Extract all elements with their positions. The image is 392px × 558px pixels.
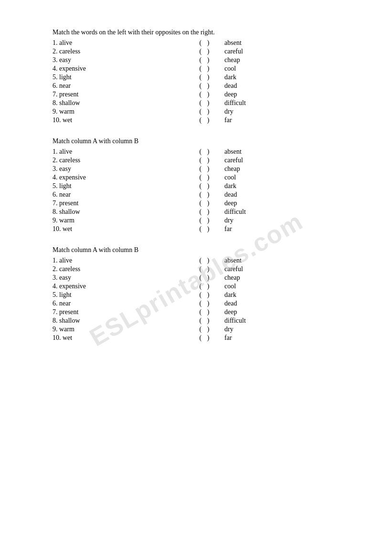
right-item-3-8: difficult — [224, 317, 339, 325]
left-item-3-7: 7. present — [53, 308, 186, 316]
left-item-2-10: 10. wet — [53, 225, 186, 233]
right-item-3-10: far — [224, 334, 339, 342]
right-item-2-5: dark — [224, 182, 339, 190]
right-item-2-7: deep — [224, 200, 339, 207]
bracket-3-3[interactable]: ( ) — [186, 274, 224, 282]
bracket-3-4[interactable]: ( ) — [186, 283, 224, 290]
left-item-3-10: 10. wet — [53, 334, 186, 342]
left-item-2-3: 3. easy — [53, 165, 186, 173]
bracket-2-8[interactable]: ( ) — [186, 208, 224, 216]
table-row: 6. near( )dead — [53, 191, 339, 199]
bracket-3-2[interactable]: ( ) — [186, 265, 224, 273]
right-item-2-8: difficult — [224, 208, 339, 216]
table-row: 5. light( )dark — [53, 74, 339, 81]
left-item-2-1: 1. alive — [53, 148, 186, 156]
bracket-2-1[interactable]: ( ) — [186, 148, 224, 156]
bracket-1-2[interactable]: ( ) — [186, 48, 224, 55]
right-item-2-1: absent — [224, 148, 339, 156]
table-row: 1. alive( )absent — [53, 257, 339, 264]
section-1: Match the words on the left with their o… — [53, 29, 339, 124]
left-item-2-8: 8. shallow — [53, 208, 186, 216]
right-item-3-3: cheap — [224, 274, 339, 282]
bracket-2-3[interactable]: ( ) — [186, 165, 224, 173]
table-row: 9. warm( )dry — [53, 217, 339, 224]
table-row: 8. shallow( )difficult — [53, 317, 339, 325]
left-item-1-6: 6. near — [53, 82, 186, 90]
left-item-1-3: 3. easy — [53, 56, 186, 64]
bracket-3-6[interactable]: ( ) — [186, 300, 224, 307]
table-row: 9. warm( )dry — [53, 108, 339, 116]
left-item-2-5: 5. light — [53, 182, 186, 190]
right-item-2-4: cool — [224, 174, 339, 181]
right-item-1-1: absent — [224, 39, 339, 47]
table-row: 4. expensive( )cool — [53, 65, 339, 73]
bracket-2-4[interactable]: ( ) — [186, 174, 224, 181]
bracket-1-5[interactable]: ( ) — [186, 74, 224, 81]
table-row: 9. warm( )dry — [53, 326, 339, 333]
bracket-1-3[interactable]: ( ) — [186, 56, 224, 64]
bracket-1-10[interactable]: ( ) — [186, 116, 224, 124]
table-row: 2. careless( )careful — [53, 157, 339, 164]
exercise-grid-1: 1. alive( )absent2. careless( )careful3.… — [53, 39, 339, 124]
table-row: 6. near( )dead — [53, 82, 339, 90]
section-2: Match column A with column B1. alive( )a… — [53, 137, 339, 233]
bracket-1-9[interactable]: ( ) — [186, 108, 224, 116]
bracket-2-2[interactable]: ( ) — [186, 157, 224, 164]
left-item-3-8: 8. shallow — [53, 317, 186, 325]
instruction-2: Match column A with column B — [53, 137, 339, 145]
table-row: 7. present( )deep — [53, 308, 339, 316]
bracket-3-7[interactable]: ( ) — [186, 308, 224, 316]
right-item-1-10: far — [224, 116, 339, 124]
bracket-1-1[interactable]: ( ) — [186, 39, 224, 47]
table-row: 6. near( )dead — [53, 300, 339, 307]
table-row: 2. careless( )careful — [53, 265, 339, 273]
table-row: 5. light( )dark — [53, 291, 339, 299]
right-item-3-6: dead — [224, 300, 339, 307]
right-item-1-3: cheap — [224, 56, 339, 64]
right-item-3-9: dry — [224, 326, 339, 333]
bracket-3-1[interactable]: ( ) — [186, 257, 224, 264]
bracket-2-5[interactable]: ( ) — [186, 182, 224, 190]
bracket-1-7[interactable]: ( ) — [186, 91, 224, 98]
left-item-1-2: 2. careless — [53, 48, 186, 55]
table-row: 2. careless( )careful — [53, 48, 339, 55]
table-row: 5. light( )dark — [53, 182, 339, 190]
left-item-2-9: 9. warm — [53, 217, 186, 224]
bracket-2-6[interactable]: ( ) — [186, 191, 224, 199]
bracket-3-9[interactable]: ( ) — [186, 326, 224, 333]
bracket-2-7[interactable]: ( ) — [186, 200, 224, 207]
bracket-3-8[interactable]: ( ) — [186, 317, 224, 325]
instruction-1: Match the words on the left with their o… — [53, 29, 339, 36]
table-row: 1. alive( )absent — [53, 39, 339, 47]
right-item-1-7: deep — [224, 91, 339, 98]
bracket-2-10[interactable]: ( ) — [186, 225, 224, 233]
left-item-2-4: 4. expensive — [53, 174, 186, 181]
section-3: Match column A with column B1. alive( )a… — [53, 246, 339, 342]
left-item-1-9: 9. warm — [53, 108, 186, 116]
sections-container: Match the words on the left with their o… — [53, 29, 339, 342]
bracket-1-8[interactable]: ( ) — [186, 99, 224, 107]
table-row: 1. alive( )absent — [53, 148, 339, 156]
table-row: 10. wet( )far — [53, 225, 339, 233]
table-row: 3. easy( )cheap — [53, 274, 339, 282]
left-item-3-9: 9. warm — [53, 326, 186, 333]
left-item-1-8: 8. shallow — [53, 99, 186, 107]
instruction-3: Match column A with column B — [53, 246, 339, 254]
left-item-1-4: 4. expensive — [53, 65, 186, 73]
bracket-3-5[interactable]: ( ) — [186, 291, 224, 299]
bracket-1-6[interactable]: ( ) — [186, 82, 224, 90]
bracket-1-4[interactable]: ( ) — [186, 65, 224, 73]
right-item-2-2: careful — [224, 157, 339, 164]
bracket-2-9[interactable]: ( ) — [186, 217, 224, 224]
right-item-2-6: dead — [224, 191, 339, 199]
table-row: 4. expensive( )cool — [53, 174, 339, 181]
table-row: 7. present( )deep — [53, 200, 339, 207]
table-row: 3. easy( )cheap — [53, 165, 339, 173]
exercise-grid-2: 1. alive( )absent2. careless( )careful3.… — [53, 148, 339, 233]
left-item-1-1: 1. alive — [53, 39, 186, 47]
bracket-3-10[interactable]: ( ) — [186, 334, 224, 342]
left-item-1-10: 10. wet — [53, 116, 186, 124]
left-item-2-2: 2. careless — [53, 157, 186, 164]
right-item-1-5: dark — [224, 74, 339, 81]
right-item-1-4: cool — [224, 65, 339, 73]
